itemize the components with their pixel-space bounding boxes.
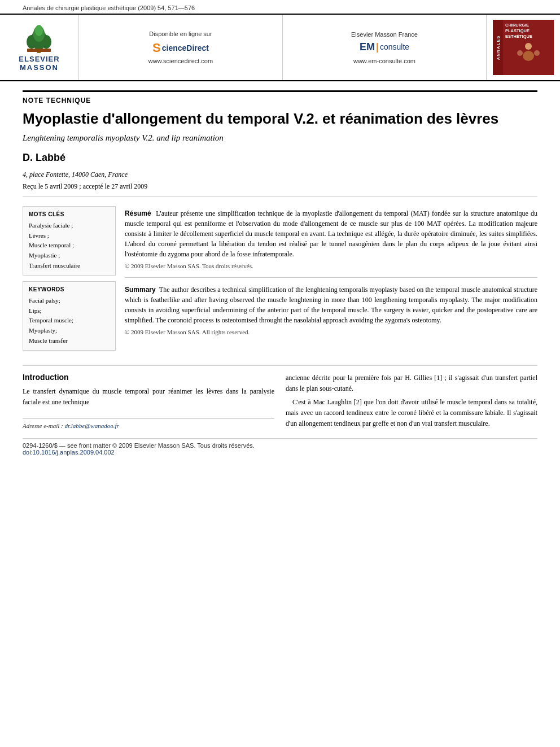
body-col-right: ancienne décrite pour la première fois p… — [286, 373, 537, 429]
body-col-left: Introduction Le transfert dynamique du m… — [23, 373, 274, 429]
footnote-email[interactable]: dr.labbe@wanadoo.fr — [64, 422, 119, 429]
footnote-text: Adresse e-mail : dr.labbe@wanadoo.fr — [23, 422, 274, 429]
annales-figure-icon — [514, 42, 542, 62]
abstract-divider — [125, 277, 537, 278]
annales-cover: ANNALES CHIRURGIEPLASTIQUEESTHÉTIQUE — [493, 20, 554, 75]
elsevier-text: ELSEVIER — [19, 55, 59, 63]
subtitle: Lenghtening temporalis myoplasty V.2. an… — [23, 133, 537, 143]
resume-text: L'auteur présente une simplification tec… — [125, 209, 537, 258]
svg-rect-6 — [27, 49, 51, 52]
kw-fr-5: Transfert musculaire — [29, 261, 110, 271]
summary-text: The author describes a technical simplif… — [125, 286, 537, 324]
emconsulte-logo-area: Elsevier Masson France EM | consulte www… — [283, 15, 487, 80]
kw-en-4: Myoplasty; — [29, 326, 110, 336]
kw-fr-4: Myoplastie ; — [29, 251, 110, 261]
emconsulte-logo: EM | consulte — [360, 41, 409, 53]
sciencedirect-logo: S cienceDirect — [152, 41, 209, 55]
footer-doi: doi:10.1016/j.anplas.2009.04.002 — [23, 449, 537, 456]
emconsulte-url: www.em-consulte.com — [353, 58, 415, 64]
svg-point-9 — [517, 50, 523, 56]
summary-copyright: © 2009 Elsevier Masson SAS. All rights r… — [125, 329, 537, 335]
intro-col2-text2: C'est à Mac Laughlin [2] que l'on doit d… — [286, 397, 537, 429]
footer-issn: 0294-1260/$ — see front matter © 2009 El… — [23, 442, 537, 449]
author-address: 4, place Fontette, 14000 Caen, France — [23, 171, 537, 179]
kw-en-5: Muscle transfer — [29, 336, 110, 346]
received-date: Reçu le 5 avril 2009 ; accepté le 27 avr… — [23, 182, 537, 197]
annales-chirurgie-title: CHIRURGIEPLASTIQUEESTHÉTIQUE — [505, 23, 552, 39]
keywords-box: KEYWORDS Facial palsy; Lips; Temporal mu… — [23, 281, 116, 351]
sd-s-letter: S — [152, 41, 161, 55]
kw-en-2: Lips; — [29, 306, 110, 316]
resume-block: Résumé L'auteur présente une simplificat… — [125, 208, 537, 269]
body-section: Introduction Le transfert dynamique du m… — [23, 373, 537, 429]
summary-label: Summary — [125, 286, 156, 294]
svg-point-5 — [35, 25, 43, 36]
keywords-title: KEYWORDS — [29, 286, 110, 292]
resume-text-block: Résumé L'auteur présente une simplificat… — [125, 208, 537, 259]
summary-text-block: Summary The author describes a technical… — [125, 285, 537, 325]
footer-bar: 0294-1260/$ — see front matter © 2009 El… — [23, 438, 537, 456]
header-logos: ELSEVIER MASSON Disponible en ligne sur … — [0, 14, 560, 81]
disponible-label: Disponible en ligne sur — [149, 30, 212, 37]
kw-en-1: Facial palsy; — [29, 296, 110, 306]
elsevier-masson-logo: ELSEVIER MASSON — [0, 15, 79, 80]
annales-logo-area: ANNALES CHIRURGIEPLASTIQUEESTHÉTIQUE — [487, 15, 560, 80]
resume-label: Résumé — [125, 209, 151, 217]
abstract-column: Résumé L'auteur présente une simplificat… — [125, 206, 537, 356]
mots-cles-box: MOTS CLÉS Paralysie faciale ; Lèvres ; M… — [23, 206, 116, 276]
svg-point-7 — [525, 43, 532, 50]
sciencedirect-url: www.sciencedirect.com — [148, 58, 213, 64]
citation-text: Annales de chirurgie plastique esthétiqu… — [23, 5, 195, 11]
annales-cover-decoration — [505, 42, 552, 62]
main-title: Myoplastie d'allongement du temporal V.2… — [23, 110, 537, 128]
footnote-label: Adresse e-mail : — [23, 422, 63, 429]
elsevier-tree-icon — [19, 24, 59, 55]
page: Annales de chirurgie plastique esthétiqu… — [0, 0, 560, 747]
section-divider — [23, 365, 537, 366]
kw-fr-3: Muscle temporal ; — [29, 241, 110, 251]
intro-col2-text: ancienne décrite pour la première fois p… — [286, 373, 537, 394]
kw-en-3: Temporal muscle; — [29, 316, 110, 326]
resume-copyright: © 2009 Elsevier Masson SAS. Tous droits … — [125, 263, 537, 269]
kw-fr-1: Paralysie faciale ; — [29, 221, 110, 231]
em-text: EM — [360, 41, 375, 53]
citation-bar: Annales de chirurgie plastique esthétiqu… — [0, 0, 560, 14]
mots-cles-title: MOTS CLÉS — [29, 211, 110, 217]
summary-block: Summary The author describes a technical… — [125, 285, 537, 335]
svg-point-8 — [523, 51, 534, 61]
svg-point-10 — [534, 50, 540, 56]
abstract-section: MOTS CLÉS Paralysie faciale ; Lèvres ; M… — [23, 206, 537, 356]
consulte-text: consulte — [380, 42, 409, 51]
main-content: NOTE TECHNIQUE Myoplastie d'allongement … — [0, 81, 560, 467]
annales-cover-right: CHIRURGIEPLASTIQUEESTHÉTIQUE — [503, 20, 554, 75]
sciencedirect-logo-area: Disponible en ligne sur S cienceDirect w… — [79, 15, 283, 80]
em-pipe: | — [376, 41, 379, 53]
sd-rest-text: cienceDirect — [162, 43, 209, 53]
annales-vertical-text: ANNALES — [496, 35, 500, 60]
elsevier-masson-france-label: Elsevier Masson France — [351, 31, 418, 38]
masson-text: MASSON — [20, 63, 59, 72]
kw-fr-2: Lèvres ; — [29, 231, 110, 241]
footnote-area: Adresse e-mail : dr.labbe@wanadoo.fr — [23, 418, 274, 429]
introduction-heading: Introduction — [23, 373, 274, 382]
note-technique-label: NOTE TECHNIQUE — [23, 90, 537, 104]
keywords-column: MOTS CLÉS Paralysie faciale ; Lèvres ; M… — [23, 206, 116, 356]
author-name: D. Labbé — [23, 152, 537, 164]
intro-col1-text: Le transfert dynamique du muscle tempora… — [23, 386, 274, 407]
annales-cover-left: ANNALES — [493, 20, 503, 75]
